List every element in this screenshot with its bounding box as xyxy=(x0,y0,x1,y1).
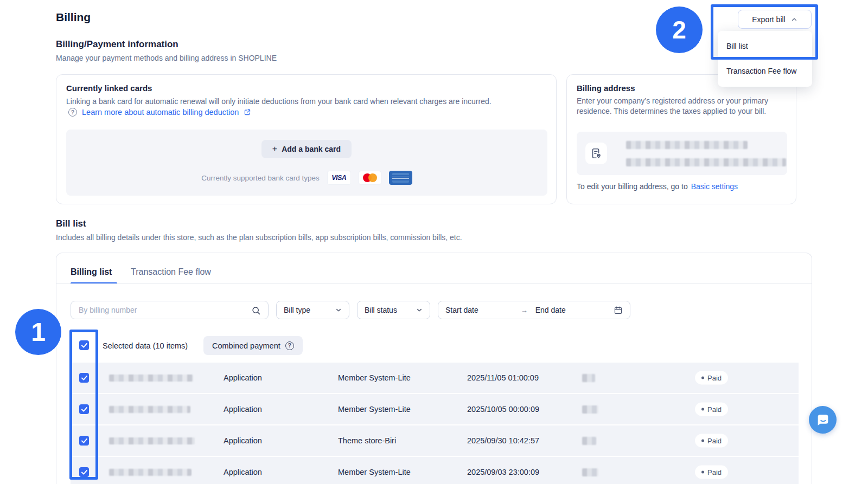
chat-bubble-icon xyxy=(815,412,830,427)
add-bank-card-label: Add a bank card xyxy=(282,145,341,153)
row-product: Member System-Lite xyxy=(338,468,411,476)
page-title: Billing xyxy=(56,11,91,24)
row-time: 2025/10/05 00:00:09 xyxy=(467,405,539,414)
select-all-checkbox[interactable] xyxy=(79,340,89,350)
status-label: Paid xyxy=(707,374,722,382)
learn-more-link[interactable]: Learn more about automatic billing deduc… xyxy=(82,108,239,117)
chat-launcher-button[interactable] xyxy=(809,406,837,434)
chevron-down-icon xyxy=(335,307,342,313)
question-circle-icon: ? xyxy=(68,108,77,117)
amex-card-icon xyxy=(389,171,412,185)
supported-cards-row: Currently supported bank card types VISA xyxy=(66,171,547,185)
billing-number-redacted xyxy=(109,437,195,444)
range-arrow-icon: → xyxy=(521,306,528,314)
status-label: Paid xyxy=(707,468,722,476)
linked-cards-description: Linking a bank card for automatic renewa… xyxy=(66,97,492,106)
address-line-1-redacted xyxy=(626,141,748,149)
billing-address-card: Billing address Enter your company’s reg… xyxy=(566,74,796,204)
check-icon xyxy=(81,343,87,348)
combined-payment-button[interactable]: Combined payment ? xyxy=(203,336,303,355)
add-bank-card-button[interactable]: + Add a bank card xyxy=(261,140,352,158)
table-row: Application Theme store-Biri 2025/09/30 … xyxy=(71,425,799,456)
chevron-up-icon xyxy=(791,16,797,23)
status-badge: Paid xyxy=(695,434,728,448)
visa-card-icon: VISA xyxy=(327,171,351,185)
row-checkbox[interactable] xyxy=(79,467,89,477)
learn-more-row: ? Learn more about automatic billing ded… xyxy=(68,108,251,117)
export-bill-button[interactable]: Export bill xyxy=(738,10,812,29)
row-time: 2025/09/03 23:00:09 xyxy=(467,468,539,476)
row-product: Member System-Lite xyxy=(338,405,411,414)
bill-status-label: Bill status xyxy=(365,306,397,314)
amount-redacted xyxy=(582,468,598,476)
mastercard-icon xyxy=(359,171,381,185)
bill-list-heading: Bill list xyxy=(56,218,86,229)
billing-number-search[interactable] xyxy=(71,301,269,319)
search-input[interactable] xyxy=(71,301,268,319)
linked-cards-card: Currently linked cards Linking a bank ca… xyxy=(56,74,557,204)
amex-art xyxy=(392,173,409,183)
billing-page: Billing Billing/Payment information Mana… xyxy=(0,0,868,484)
menu-item-label: Transaction Fee flow xyxy=(726,67,796,75)
date-range-picker[interactable]: Start date → End date xyxy=(438,301,630,319)
row-bill-type: Application xyxy=(224,436,262,445)
status-label: Paid xyxy=(707,437,722,445)
annotation-step-2: 2 xyxy=(656,7,703,53)
edit-address-prefix: To edit your billing address, go to xyxy=(577,182,688,191)
billing-number-redacted xyxy=(109,406,190,413)
plus-icon: + xyxy=(272,145,277,153)
visa-label: VISA xyxy=(331,174,346,182)
row-checkbox[interactable] xyxy=(79,404,89,414)
linked-cards-title: Currently linked cards xyxy=(66,83,152,93)
row-bill-type: Application xyxy=(224,468,262,476)
status-dot-icon xyxy=(701,440,704,442)
export-menu-item-transaction-fee-flow[interactable]: Transaction Fee flow xyxy=(718,59,812,83)
row-checkbox[interactable] xyxy=(79,373,89,383)
menu-item-label: Bill list xyxy=(726,42,748,50)
table-row: Application Member System-Lite 2025/09/0… xyxy=(71,457,799,484)
bill-status-select[interactable]: Bill status xyxy=(357,301,430,319)
row-product: Theme store-Biri xyxy=(338,436,396,445)
end-date-label: End date xyxy=(535,306,566,314)
row-checkbox[interactable] xyxy=(79,436,89,446)
row-product: Member System-Lite xyxy=(338,373,411,382)
calendar-icon xyxy=(614,306,623,315)
export-dropdown-menu: Bill list Transaction Fee flow xyxy=(718,31,812,87)
search-icon[interactable] xyxy=(251,306,261,315)
external-link-icon xyxy=(244,108,251,116)
question-glyph: ? xyxy=(288,343,291,349)
row-bill-type: Application xyxy=(224,405,262,414)
payment-info-heading: Billing/Payment information xyxy=(56,39,178,50)
selected-data-label: Selected data (10 items) xyxy=(103,341,188,350)
document-location-icon xyxy=(590,147,602,159)
bill-type-select[interactable]: Bill type xyxy=(276,301,349,319)
address-icon-tile xyxy=(585,143,607,164)
export-bill-label: Export bill xyxy=(752,15,785,24)
billing-number-redacted xyxy=(109,375,193,382)
linked-cards-panel: + Add a bank card Currently supported ba… xyxy=(66,130,547,196)
status-dot-icon xyxy=(701,408,704,411)
amount-redacted xyxy=(582,374,595,382)
billing-address-title: Billing address xyxy=(577,83,635,93)
status-label: Paid xyxy=(707,405,722,414)
row-bill-type: Application xyxy=(224,373,262,382)
amount-redacted xyxy=(582,405,598,414)
chevron-down-icon xyxy=(416,307,423,313)
billing-number-redacted xyxy=(109,469,192,476)
export-menu-item-bill-list[interactable]: Bill list xyxy=(718,34,812,59)
combined-payment-label: Combined payment xyxy=(212,341,280,350)
annotation-step-1: 1 xyxy=(15,309,61,355)
edit-address-row: To edit your billing address, go to Basi… xyxy=(577,182,738,191)
status-dot-icon xyxy=(701,471,704,474)
tab-billing-list[interactable]: Billing list xyxy=(71,267,112,277)
billing-address-panel xyxy=(577,132,787,175)
row-time: 2025/11/05 01:00:09 xyxy=(467,373,539,382)
bill-list-card: Billing list Transaction Fee flow Bill t… xyxy=(56,253,812,484)
mastercard-orange-circle xyxy=(368,173,377,182)
tab-transaction-fee-flow[interactable]: Transaction Fee flow xyxy=(131,267,211,277)
basic-settings-link[interactable]: Basic settings xyxy=(691,182,738,191)
bill-list-subheading: Includes all billing details under this … xyxy=(56,233,462,242)
payment-info-subheading: Manage your payment methods and billing … xyxy=(56,54,277,62)
start-date-label: Start date xyxy=(445,306,478,314)
tabs-divider xyxy=(56,283,812,284)
